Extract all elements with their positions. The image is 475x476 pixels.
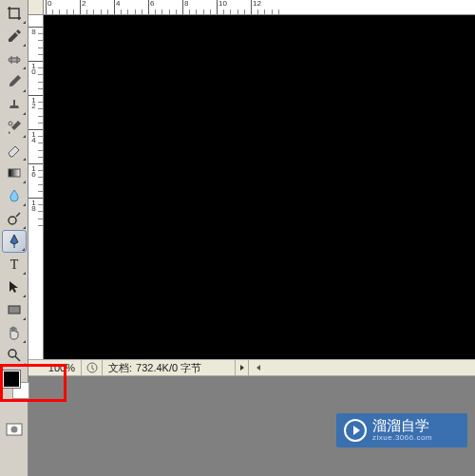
horizontal-scrollbar[interactable] — [251, 361, 475, 374]
healing-brush-tool[interactable] — [2, 48, 27, 70]
vertical-ruler[interactable]: 81012141618 — [28, 15, 44, 359]
pen-tool[interactable] — [2, 230, 27, 253]
doc-value: 732.4K/0 字节 — [136, 361, 201, 375]
history-brush-tool[interactable] — [2, 116, 27, 139]
document-info[interactable]: 文档: 732.4K/0 字节 — [103, 360, 236, 375]
watermark-text: 溜溜自学 — [372, 418, 432, 434]
brush-tool[interactable] — [2, 70, 27, 93]
svg-rect-2 — [9, 169, 20, 177]
type-tool[interactable]: T — [2, 253, 27, 276]
svg-point-3 — [9, 217, 16, 224]
scroll-left-icon[interactable] — [251, 361, 266, 374]
svg-rect-5 — [9, 306, 20, 314]
hand-tool[interactable] — [2, 321, 27, 344]
tools-toolbar: T — [0, 0, 28, 476]
dodge-tool[interactable] — [2, 207, 27, 230]
rectangle-shape-tool[interactable] — [2, 298, 27, 321]
watermark: 溜溜自学 zixue.3066.com — [336, 413, 467, 447]
workspace: 81012141618 — [28, 15, 475, 359]
clone-stamp-tool[interactable] — [2, 93, 27, 116]
svg-point-8 — [10, 427, 17, 433]
status-bar: 100% 文档: 732.4K/0 字节 — [28, 359, 475, 376]
foreground-color[interactable] — [3, 371, 20, 388]
document-canvas[interactable] — [44, 15, 475, 359]
canvas-area — [44, 15, 475, 359]
zoom-level[interactable]: 100% — [28, 360, 82, 375]
main-area: 81012141618 100% 文档: 732.4K/0 字节 — [28, 0, 475, 476]
watermark-sub: zixue.3066.com — [372, 434, 432, 443]
path-selection-tool[interactable] — [2, 276, 27, 298]
scroll-track[interactable] — [266, 361, 475, 374]
svg-point-6 — [9, 350, 16, 357]
crop-tool[interactable] — [2, 2, 27, 25]
svg-text:T: T — [10, 257, 18, 272]
play-icon — [344, 419, 367, 442]
status-menu-arrow[interactable] — [236, 360, 249, 375]
zoom-tool[interactable] — [2, 344, 27, 367]
app-root: T 81012141618 100% 文档: — [0, 0, 475, 476]
ruler-corner[interactable] — [28, 0, 44, 15]
doc-label: 文档: — [108, 361, 132, 375]
eyedropper-tool[interactable] — [2, 25, 27, 48]
status-info-icon[interactable] — [82, 360, 103, 375]
gradient-tool[interactable] — [2, 162, 27, 184]
blur-tool[interactable] — [2, 184, 27, 207]
svg-point-1 — [9, 122, 12, 125]
horizontal-ruler[interactable]: 024681012 — [44, 0, 475, 15]
color-swatches — [0, 371, 28, 416]
eraser-tool[interactable] — [2, 139, 27, 162]
svg-rect-0 — [9, 58, 20, 62]
quick-mask-toggle[interactable] — [2, 418, 27, 441]
